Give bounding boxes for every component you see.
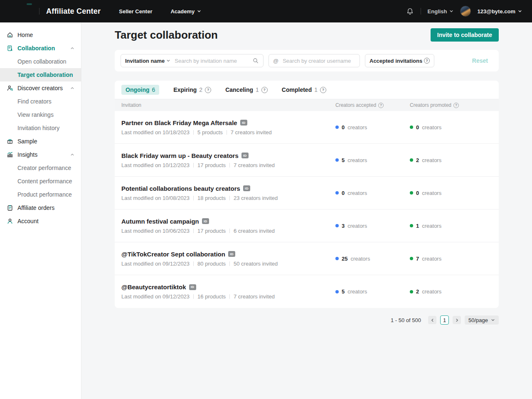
blue-dot-icon	[335, 158, 339, 162]
green-dot-icon	[410, 290, 413, 293]
topbar: Affiliate Center Seller Center Academy E…	[0, 0, 532, 22]
green-dot-icon	[410, 257, 413, 260]
tab-expiring[interactable]: Expiring 2 ?	[173, 85, 211, 95]
reset-filters-button[interactable]: Reset	[472, 57, 488, 64]
table-header: Invitation Creators accepted ? Creators …	[115, 99, 499, 111]
id-badge-icon[interactable]: ID	[228, 251, 235, 257]
tab-completed[interactable]: Completed 1 ?	[282, 85, 326, 95]
previous-page-button[interactable]	[428, 316, 436, 324]
sidebar-item-account[interactable]: Account	[0, 214, 81, 228]
invite-to-collaborate-button[interactable]: Invite to collaborate	[431, 28, 499, 42]
affiliate-orders-icon	[7, 204, 13, 211]
green-dot-icon	[410, 191, 413, 195]
invitation-name-filter-dropdown[interactable]: Invitation name	[125, 58, 170, 64]
id-badge-icon[interactable]: ID	[202, 218, 209, 224]
column-creators-promoted: Creators promoted ?	[410, 102, 492, 108]
main-content: Target collaboration Invite to collabora…	[81, 22, 532, 399]
sidebar-item-collaboration[interactable]: Collaboration	[0, 42, 81, 55]
home-icon	[7, 32, 13, 38]
insights-icon	[7, 151, 13, 158]
table-row: Autumn festival campaign ID Last modifie…	[115, 209, 499, 242]
topbar-divider	[421, 8, 421, 15]
topbar-divider	[39, 8, 39, 15]
blue-dot-icon	[335, 191, 339, 195]
green-dot-icon	[410, 224, 413, 227]
account-menu[interactable]: 123@byte.com	[478, 8, 522, 15]
current-page-button[interactable]: 1	[440, 315, 449, 325]
creator-username-search: @	[268, 54, 360, 67]
notification-bell-icon[interactable]	[406, 7, 414, 15]
column-invitation: Invitation	[121, 102, 335, 108]
table-row: @TikTokCreator Sept collaboration ID Las…	[115, 242, 499, 275]
sidebar-item-invitation-history[interactable]: Invitation history	[0, 121, 81, 135]
creators-promoted-value: 0 creators	[410, 124, 492, 131]
invitation-name-search-input[interactable]	[174, 57, 250, 64]
invitation-title[interactable]: Autumn festival campaign ID	[121, 218, 335, 225]
sidebar-item-content-performance[interactable]: Content performance	[0, 175, 81, 188]
sample-icon	[7, 138, 13, 145]
page-size-selector[interactable]: 50/page	[465, 315, 499, 325]
pagination-range: 1 - 50 of 500	[391, 317, 421, 323]
next-page-button[interactable]	[453, 316, 461, 324]
collaboration-icon	[7, 45, 13, 52]
table-row: Partner on Black Friday Mega Aftersale I…	[115, 111, 499, 144]
table-row: Potential collaborations beauty creators…	[115, 177, 499, 209]
invitation-meta: Last modified on 10/06/2023 17 products …	[121, 228, 335, 234]
creator-username-search-input[interactable]	[282, 57, 355, 64]
avatar[interactable]	[460, 6, 471, 17]
green-dot-icon	[410, 126, 413, 129]
creators-accepted-value: 3 creators	[335, 223, 410, 229]
help-icon: ?	[320, 87, 326, 93]
creators-accepted-value: 5 creators	[335, 157, 410, 163]
creators-accepted-value: 25 creators	[335, 256, 410, 262]
at-sign-icon: @	[273, 58, 278, 64]
tab-canceling[interactable]: Canceling 1 ?	[225, 85, 268, 95]
account-icon	[7, 218, 13, 224]
accepted-invitations-filter[interactable]: Accepted invitations ?	[365, 54, 434, 67]
discover-creators-icon	[7, 85, 13, 91]
academy-menu[interactable]: Academy	[170, 8, 201, 15]
green-dot-icon	[410, 158, 413, 162]
filter-bar: Invitation name @ Accepted invitations ?	[115, 50, 499, 71]
creators-promoted-value: 2 creators	[410, 157, 492, 163]
column-creators-accepted: Creators accepted ?	[335, 102, 410, 108]
sidebar-item-open-collaboration[interactable]: Open collaboration	[0, 55, 81, 68]
sidebar-item-creator-performance[interactable]: Creator performance	[0, 161, 81, 175]
table-row: @Beautycreatortiktok ID Last modified on…	[115, 275, 499, 308]
chevron-down-icon	[491, 318, 495, 322]
invitation-title[interactable]: @Beautycreatortiktok ID	[121, 283, 335, 291]
id-badge-icon[interactable]: ID	[189, 284, 196, 290]
sidebar-item-home[interactable]: Home	[0, 28, 81, 42]
creators-promoted-value: 0 creators	[410, 190, 492, 196]
invitation-title[interactable]: @TikTokCreator Sept collaboration ID	[121, 251, 335, 258]
seller-center-link[interactable]: Seller Center	[119, 8, 152, 15]
sidebar-item-target-collaboration[interactable]: Target collaboration	[0, 68, 81, 81]
sidebar-item-sample[interactable]: Sample	[0, 135, 81, 148]
sidebar-item-affiliate-orders[interactable]: Affiliate orders	[0, 201, 81, 214]
id-badge-icon[interactable]: ID	[241, 153, 249, 158]
chevron-up-icon	[70, 46, 74, 50]
invitation-title[interactable]: Black Friday warm up - Beauty creators I…	[121, 152, 335, 159]
invitation-meta: Last modified on 09/12/2023 16 products …	[121, 293, 335, 300]
invitation-title[interactable]: Potential collaborations beauty creators…	[121, 185, 335, 192]
id-badge-icon[interactable]: ID	[243, 185, 250, 191]
blue-dot-icon	[335, 290, 339, 293]
invitation-meta: Last modified on 10/12/2023 17 products …	[121, 162, 335, 168]
brand-title: Affiliate Center	[46, 7, 101, 16]
invitation-title[interactable]: Partner on Black Friday Mega Aftersale I…	[121, 119, 335, 126]
id-badge-icon[interactable]: ID	[240, 120, 247, 126]
sidebar: Home Collaboration Open collaboration Ta…	[0, 22, 81, 399]
sidebar-item-product-performance[interactable]: Product performance	[0, 188, 81, 201]
creators-accepted-value: 0 creators	[335, 190, 410, 196]
chevron-up-icon	[70, 86, 74, 90]
sidebar-item-view-rankings[interactable]: View rankings	[0, 108, 81, 121]
table-row: Black Friday warm up - Beauty creators I…	[115, 144, 499, 177]
page-title: Target collaboration	[115, 28, 218, 42]
tab-ongoing[interactable]: Ongoing 6	[121, 85, 159, 95]
status-tabs: Ongoing 6 Expiring 2 ? Canceling 1 ? Com…	[115, 81, 499, 99]
sidebar-item-discover-creators[interactable]: Discover creators	[0, 81, 81, 95]
sidebar-item-insights[interactable]: Insights	[0, 148, 81, 161]
language-selector[interactable]: English	[428, 8, 453, 15]
creators-accepted-value: 0 creators	[335, 124, 410, 131]
sidebar-item-find-creators[interactable]: Find creators	[0, 95, 81, 108]
